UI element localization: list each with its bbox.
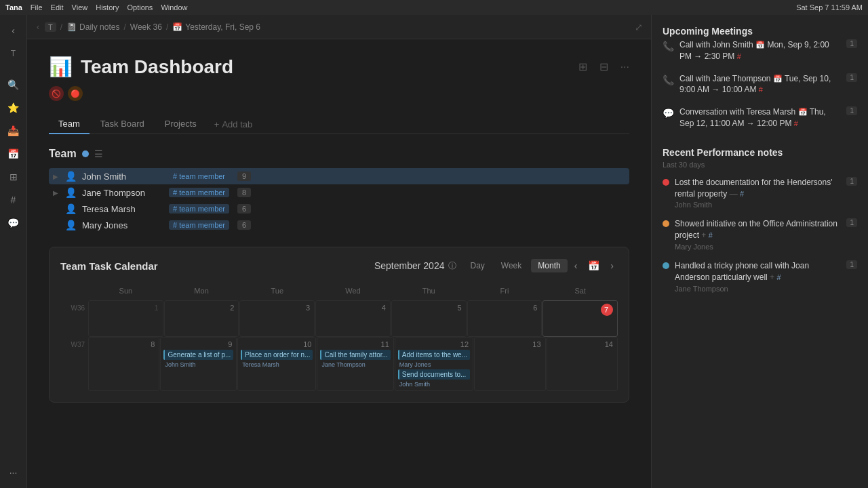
- tab-task-board[interactable]: Task Board: [91, 115, 154, 134]
- sidebar-calendar-icon[interactable]: 📅: [3, 144, 24, 164]
- perf-item-initiative: Showed initiative on the Office Administ…: [663, 218, 857, 251]
- team-member-teresa-marsh[interactable]: ▶ 👤 Teresa Marsh # team member 6: [49, 201, 629, 217]
- breadcrumb-sep-2: /: [123, 22, 125, 32]
- cal-day-14[interactable]: 14: [547, 337, 618, 391]
- expand-icon[interactable]: ▶: [53, 189, 58, 197]
- cal-day-num: 6: [471, 304, 539, 312]
- tab-team[interactable]: Team: [49, 115, 90, 134]
- menubar-file[interactable]: File: [31, 3, 43, 12]
- member-count: 8: [237, 188, 251, 197]
- sidebar-grid-icon[interactable]: ⊞: [3, 167, 24, 187]
- today-badge: 7: [601, 304, 613, 316]
- sidebar-star-icon[interactable]: ⭐: [3, 98, 24, 118]
- menubar-app[interactable]: Tana: [5, 3, 22, 12]
- team-members-list: ▶ 👤 John Smith # team member 9 ▶ 👤 Jane …: [49, 168, 629, 233]
- cal-day-3[interactable]: 3: [239, 300, 315, 337]
- breadcrumb-yesterday[interactable]: 📅 Yesterday, Fri, Sep 6: [172, 22, 260, 32]
- meeting-title[interactable]: Call with Jane Thompson 📅 Tue, Sep 10, 9…: [679, 73, 841, 96]
- meeting-title[interactable]: Call with John Smith 📅 Mon, Sep 9, 2:00 …: [679, 39, 841, 62]
- cal-day-2[interactable]: 2: [164, 300, 239, 337]
- cal-nav-today[interactable]: 📅: [584, 258, 604, 273]
- cal-view-week[interactable]: Week: [494, 259, 528, 272]
- meeting-hash[interactable]: #: [737, 52, 741, 60]
- cal-day-blank: 1: [88, 300, 163, 337]
- perf-text: Showed initiative on the Office Administ…: [675, 218, 841, 241]
- team-member-mary-jones[interactable]: ▶ 👤 Mary Jones # team member 6: [49, 217, 629, 233]
- calendar-info-icon[interactable]: ⓘ: [448, 260, 456, 272]
- menubar-history[interactable]: History: [96, 3, 119, 12]
- sidebar-back-btn[interactable]: ‹: [3, 20, 24, 41]
- perf-plus-icon[interactable]: +: [770, 272, 774, 282]
- cal-day-11[interactable]: 11 Call the family attor... Jane Thompso…: [317, 337, 393, 391]
- phone-icon: 📞: [663, 41, 674, 52]
- page-badge-orange[interactable]: 🔴: [68, 86, 83, 101]
- cal-day-8[interactable]: 8: [88, 337, 159, 391]
- more-icon[interactable]: ···: [620, 61, 629, 73]
- team-member-john-smith[interactable]: ▶ 👤 John Smith # team member 9: [49, 168, 629, 184]
- expand-icon[interactable]: ▶: [53, 173, 58, 180]
- cal-day-10[interactable]: 10 Place an order for n... Teresa Marsh: [237, 337, 316, 391]
- cal-day-13[interactable]: 13: [474, 337, 545, 391]
- sidebar-search-icon[interactable]: 🔍: [3, 75, 24, 95]
- breadcrumb-logo[interactable]: T: [45, 22, 56, 32]
- menubar-options[interactable]: Options: [127, 3, 153, 12]
- member-count: 6: [237, 220, 251, 230]
- cal-nav-prev[interactable]: ‹: [570, 258, 582, 273]
- cal-event-person: John Smith: [398, 381, 470, 388]
- breadcrumb-expand-icon[interactable]: ⤢: [635, 22, 643, 33]
- member-name: Teresa Marsh: [82, 204, 163, 214]
- team-member-jane-thompson[interactable]: ▶ 👤 Jane Thompson # team member 8: [49, 184, 629, 201]
- member-tag[interactable]: # team member: [169, 171, 229, 181]
- meeting-title[interactable]: Conversation with Teresa Marsh 📅 Thu, Se…: [679, 106, 841, 129]
- cal-day-num: 8: [92, 340, 156, 348]
- week-label-w36: W36: [60, 300, 87, 337]
- settings-icon[interactable]: ⊟: [599, 60, 608, 73]
- sidebar: ‹ T 🔍 ⭐ 📥 📅 ⊞ # 💬 ···: [0, 15, 27, 488]
- tab-projects[interactable]: Projects: [155, 115, 206, 134]
- sidebar-inbox-icon[interactable]: 📥: [3, 121, 24, 141]
- cal-nav-next[interactable]: ›: [606, 258, 618, 273]
- perf-minus-icon[interactable]: —: [730, 189, 738, 199]
- cal-day-7-today[interactable]: 7: [542, 300, 618, 337]
- perf-hash[interactable]: #: [776, 273, 781, 281]
- cal-view-day[interactable]: Day: [463, 259, 491, 272]
- add-tab-button[interactable]: +Add tab: [208, 115, 259, 134]
- sidebar-more-icon[interactable]: ···: [3, 462, 24, 483]
- cal-day-4[interactable]: 4: [315, 300, 391, 337]
- cal-day-6[interactable]: 6: [467, 300, 542, 337]
- cal-day-5[interactable]: 5: [391, 300, 467, 337]
- meeting-badge: 1: [846, 73, 857, 82]
- perf-info: Showed initiative on the Office Administ…: [675, 218, 841, 251]
- member-tag[interactable]: # team member: [169, 188, 229, 197]
- perf-hash[interactable]: #: [709, 231, 713, 239]
- grid-icon[interactable]: ⊞: [578, 60, 587, 73]
- cal-event-generate[interactable]: Generate a list of p...: [163, 350, 233, 360]
- breadcrumb-back[interactable]: ‹: [35, 21, 41, 33]
- perf-hash[interactable]: #: [740, 190, 744, 198]
- meeting-hash[interactable]: #: [794, 119, 798, 127]
- sidebar-chat-icon[interactable]: 💬: [3, 213, 24, 233]
- breadcrumb-week36[interactable]: Week 36: [130, 22, 162, 32]
- menubar-edit[interactable]: Edit: [51, 3, 64, 12]
- member-tag[interactable]: # team member: [169, 220, 229, 230]
- sidebar-home-icon[interactable]: T: [3, 43, 24, 64]
- perf-dot-orange: [663, 220, 669, 227]
- page-badge-red[interactable]: 🚫: [49, 86, 64, 101]
- breadcrumb-daily-notes[interactable]: 📓 Daily notes: [66, 22, 119, 32]
- member-tag[interactable]: # team member: [169, 204, 229, 214]
- menubar-window[interactable]: Window: [161, 3, 187, 12]
- week-label-w37: W37: [60, 337, 87, 391]
- cal-day-9[interactable]: 9 Generate a list of p... John Smith: [160, 337, 237, 391]
- cal-event-call-family[interactable]: Call the family attor...: [320, 350, 390, 360]
- perf-plus-icon[interactable]: +: [701, 230, 706, 240]
- sidebar-tag-icon[interactable]: #: [3, 190, 24, 210]
- cal-event-send-docs[interactable]: Send documents to...: [398, 369, 470, 380]
- cal-event-add-items[interactable]: Add items to the we...: [398, 350, 470, 360]
- menubar-view[interactable]: View: [72, 3, 88, 12]
- team-sort-icon[interactable]: ☰: [94, 148, 103, 159]
- meeting-teresa-marsh: 💬 Conversation with Teresa Marsh 📅 Thu, …: [663, 106, 857, 131]
- cal-event-place-order[interactable]: Place an order for n...: [241, 350, 313, 360]
- cal-view-month[interactable]: Month: [531, 259, 567, 272]
- meeting-hash[interactable]: #: [759, 85, 763, 94]
- cal-day-12[interactable]: 12 Add items to the we... Mary Jones Sen…: [395, 337, 473, 391]
